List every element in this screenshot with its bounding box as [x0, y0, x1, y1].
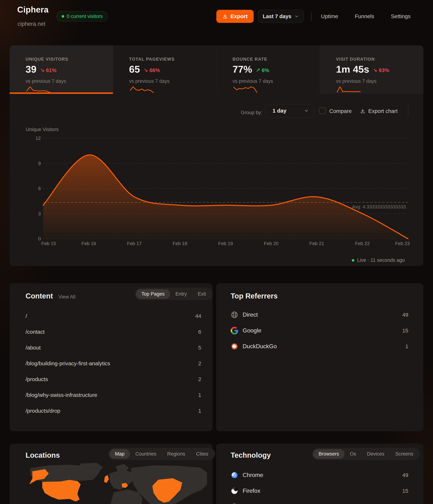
date-range-select[interactable]: Last 7 days — [258, 10, 304, 23]
content-row[interactable]: /blog/building-privacy-first-analytics2 — [26, 355, 201, 371]
green-dot-icon — [62, 15, 64, 18]
view-all-link[interactable]: View All — [58, 294, 75, 300]
technology-tabs: BrowsersOsDevicesScreens — [312, 448, 420, 460]
download-icon — [360, 108, 365, 114]
header-divider — [311, 12, 312, 21]
live-label: Live · 11 seconds ago — [357, 257, 405, 263]
nav-settings[interactable]: Settings — [383, 13, 410, 19]
content-tab-entry[interactable]: Entry — [170, 289, 192, 299]
header-nav: UptimeFunnelsSettings — [318, 0, 410, 33]
technology-rows: Chrome49Firefox15 — [231, 467, 408, 499]
google-icon — [231, 327, 238, 334]
content-rows: /44/contact6/about5/blog/building-privac… — [26, 308, 201, 419]
content-row[interactable]: /products2 — [26, 371, 201, 387]
locations-tab-cities[interactable]: Cities — [191, 449, 214, 459]
page-count: 1 — [198, 408, 201, 414]
page-path: / — [26, 313, 27, 319]
page-count: 44 — [195, 313, 201, 319]
technology-partial-row — [231, 503, 242, 504]
page-path: /products/drop — [26, 408, 60, 414]
browser-name: Chrome — [242, 472, 402, 478]
locations-tab-countries[interactable]: Countries — [130, 449, 162, 459]
technology-tab-browsers[interactable]: Browsers — [313, 449, 345, 459]
page-path: /blog/why-swiss-infrastructure — [26, 392, 97, 398]
technology-tab-devices[interactable]: Devices — [362, 449, 390, 459]
svg-text:Feb 18: Feb 18 — [173, 241, 187, 246]
browser-name: Firefox — [242, 487, 402, 494]
page-path: /about — [26, 345, 41, 351]
referrer-name: Direct — [242, 311, 402, 318]
svg-text:Feb 15: Feb 15 — [41, 241, 56, 246]
page-title: Ciphera — [17, 5, 49, 15]
compare-label[interactable]: Compare — [329, 108, 352, 114]
svg-text:Feb 22: Feb 22 — [355, 241, 370, 246]
firefox-icon — [231, 487, 238, 495]
referrers-title: Top Referrers — [231, 292, 277, 300]
page-path: /blog/building-privacy-first-analytics — [26, 360, 110, 367]
referrer-row-duckduckgo[interactable]: DuckDuckGo1 — [231, 338, 408, 354]
export-chart-button[interactable]: Export chart — [360, 108, 398, 114]
page-count: 6 — [198, 329, 201, 335]
content-tab-exit[interactable]: Exit — [192, 289, 211, 299]
content-panel: Content View All Top PagesEntryExit /44/… — [10, 283, 213, 431]
svg-text:Feb 20: Feb 20 — [264, 241, 278, 246]
live-dot-icon — [352, 259, 354, 262]
browser-icon — [231, 503, 238, 504]
nav-uptime[interactable]: Uptime — [318, 13, 346, 19]
locations-tab-regions[interactable]: Regions — [162, 449, 191, 459]
svg-text:12: 12 — [35, 135, 41, 141]
group-by-label: Group by: — [241, 110, 262, 116]
page-path: /contact — [26, 329, 45, 335]
page-path: /products — [26, 376, 48, 382]
svg-text:Feb 19: Feb 19 — [218, 241, 233, 246]
locations-title: Locations — [26, 451, 60, 459]
svg-text:6: 6 — [38, 186, 41, 191]
content-row[interactable]: /products/drop1 — [26, 403, 201, 419]
export-button[interactable]: Export — [216, 10, 254, 23]
svg-text:Feb 17: Feb 17 — [127, 241, 142, 246]
content-row[interactable]: /about5 — [26, 340, 201, 355]
content-row[interactable]: /contact6 — [26, 324, 201, 340]
content-tab-top-pages[interactable]: Top Pages — [136, 289, 170, 299]
content-row[interactable]: /44 — [26, 308, 201, 324]
technology-tab-screens[interactable]: Screens — [390, 449, 419, 459]
locations-tab-map[interactable]: Map — [110, 449, 130, 459]
group-by-value: 1 day — [273, 108, 286, 114]
export-button-label: Export — [230, 13, 248, 19]
world-map[interactable] — [15, 462, 207, 504]
locations-panel: Locations MapCountriesRegionsCities — [10, 443, 213, 504]
page-count: 2 — [198, 376, 201, 382]
referrer-count: 1 — [405, 343, 408, 350]
svg-text:9: 9 — [38, 161, 41, 166]
chevron-down-icon — [304, 108, 309, 113]
referrer-name: Google — [242, 327, 402, 334]
referrer-count: 49 — [402, 312, 408, 318]
browser-row-chrome[interactable]: Chrome49 — [231, 467, 408, 483]
referrer-row-direct[interactable]: Direct49 — [231, 307, 408, 323]
nav-funnels[interactable]: Funnels — [346, 13, 383, 19]
current-visitors-badge: 0 current visitors — [56, 11, 108, 21]
referrer-row-google[interactable]: Google15 — [231, 323, 408, 338]
content-title: Content — [26, 292, 53, 300]
content-row[interactable]: /blog/why-swiss-infrastructure1 — [26, 387, 201, 403]
technology-tab-os[interactable]: Os — [345, 449, 362, 459]
referrers-panel: Top Referrers Direct49Google15DuckDuckGo… — [216, 283, 423, 431]
group-by-select[interactable]: 1 day — [265, 104, 314, 117]
compare-checkbox[interactable] — [319, 108, 326, 114]
svg-text:Avg: 4.333333333333333: Avg: 4.333333333333333 — [352, 204, 406, 209]
visitors-chart[interactable]: 036912Feb 15Feb 16Feb 17Feb 18Feb 19Feb … — [10, 45, 423, 266]
site-domain: ciphera.net — [17, 21, 45, 27]
svg-text:0: 0 — [38, 236, 41, 242]
page-count: 1 — [198, 392, 201, 398]
locations-tabs: MapCountriesRegionsCities — [108, 448, 215, 460]
duckduckgo-icon — [231, 342, 238, 350]
chrome-icon — [231, 471, 238, 479]
chart-axis-title: Unique Visitors — [26, 127, 59, 132]
controls-divider — [408, 106, 408, 116]
browser-row-firefox[interactable]: Firefox15 — [231, 483, 408, 499]
page-count: 5 — [198, 345, 201, 351]
technology-panel: Technology BrowsersOsDevicesScreens Chro… — [216, 443, 423, 504]
browser-count: 49 — [402, 472, 408, 478]
download-icon — [222, 14, 228, 19]
globe-icon — [231, 311, 238, 319]
